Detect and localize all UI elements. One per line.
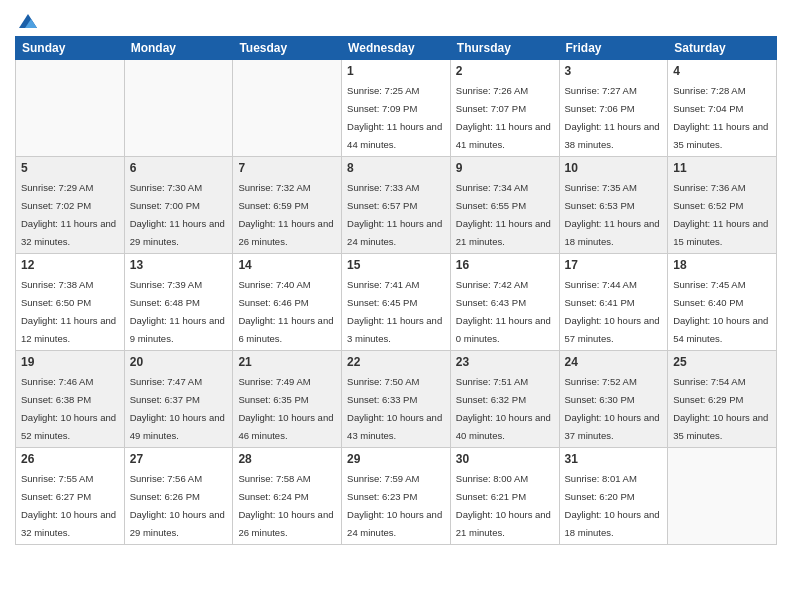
day-sunrise: Sunrise: 7:36 AM [673, 182, 745, 193]
day-sunset: Sunset: 6:48 PM [130, 297, 200, 308]
week-row-2: 5 Sunrise: 7:29 AM Sunset: 7:02 PM Dayli… [16, 157, 777, 254]
day-number: 28 [238, 452, 336, 466]
day-daylight: Daylight: 11 hours and 41 minutes. [456, 121, 551, 150]
day-number: 9 [456, 161, 554, 175]
day-number: 17 [565, 258, 663, 272]
day-sunset: Sunset: 6:35 PM [238, 394, 308, 405]
day-daylight: Daylight: 11 hours and 21 minutes. [456, 218, 551, 247]
day-cell: 11 Sunrise: 7:36 AM Sunset: 6:52 PM Dayl… [668, 157, 777, 254]
day-cell: 14 Sunrise: 7:40 AM Sunset: 6:46 PM Dayl… [233, 254, 342, 351]
day-number: 7 [238, 161, 336, 175]
day-number: 22 [347, 355, 445, 369]
day-cell: 28 Sunrise: 7:58 AM Sunset: 6:24 PM Dayl… [233, 448, 342, 545]
day-cell: 19 Sunrise: 7:46 AM Sunset: 6:38 PM Dayl… [16, 351, 125, 448]
day-sunrise: Sunrise: 7:49 AM [238, 376, 310, 387]
day-sunrise: Sunrise: 7:38 AM [21, 279, 93, 290]
day-daylight: Daylight: 11 hours and 35 minutes. [673, 121, 768, 150]
day-daylight: Daylight: 10 hours and 40 minutes. [456, 412, 551, 441]
day-daylight: Daylight: 11 hours and 15 minutes. [673, 218, 768, 247]
day-cell: 3 Sunrise: 7:27 AM Sunset: 7:06 PM Dayli… [559, 60, 668, 157]
day-daylight: Daylight: 10 hours and 43 minutes. [347, 412, 442, 441]
day-sunset: Sunset: 6:26 PM [130, 491, 200, 502]
day-cell: 18 Sunrise: 7:45 AM Sunset: 6:40 PM Dayl… [668, 254, 777, 351]
page: SundayMondayTuesdayWednesdayThursdayFrid… [0, 0, 792, 612]
day-cell: 8 Sunrise: 7:33 AM Sunset: 6:57 PM Dayli… [342, 157, 451, 254]
day-sunrise: Sunrise: 7:42 AM [456, 279, 528, 290]
day-sunrise: Sunrise: 7:30 AM [130, 182, 202, 193]
day-cell [233, 60, 342, 157]
day-sunset: Sunset: 6:40 PM [673, 297, 743, 308]
day-sunrise: Sunrise: 7:25 AM [347, 85, 419, 96]
day-sunrise: Sunrise: 7:32 AM [238, 182, 310, 193]
logo-text [15, 10, 39, 28]
day-sunrise: Sunrise: 7:26 AM [456, 85, 528, 96]
day-number: 18 [673, 258, 771, 272]
day-cell: 29 Sunrise: 7:59 AM Sunset: 6:23 PM Dayl… [342, 448, 451, 545]
day-sunset: Sunset: 6:46 PM [238, 297, 308, 308]
day-number: 13 [130, 258, 228, 272]
day-cell: 24 Sunrise: 7:52 AM Sunset: 6:30 PM Dayl… [559, 351, 668, 448]
day-daylight: Daylight: 10 hours and 21 minutes. [456, 509, 551, 538]
day-number: 31 [565, 452, 663, 466]
day-daylight: Daylight: 10 hours and 46 minutes. [238, 412, 333, 441]
day-daylight: Daylight: 11 hours and 18 minutes. [565, 218, 660, 247]
calendar: SundayMondayTuesdayWednesdayThursdayFrid… [15, 36, 777, 545]
day-sunrise: Sunrise: 7:34 AM [456, 182, 528, 193]
day-sunrise: Sunrise: 7:29 AM [21, 182, 93, 193]
week-row-5: 26 Sunrise: 7:55 AM Sunset: 6:27 PM Dayl… [16, 448, 777, 545]
day-number: 30 [456, 452, 554, 466]
day-daylight: Daylight: 10 hours and 32 minutes. [21, 509, 116, 538]
day-cell: 9 Sunrise: 7:34 AM Sunset: 6:55 PM Dayli… [450, 157, 559, 254]
day-sunrise: Sunrise: 8:00 AM [456, 473, 528, 484]
day-daylight: Daylight: 10 hours and 37 minutes. [565, 412, 660, 441]
day-sunset: Sunset: 6:57 PM [347, 200, 417, 211]
day-sunset: Sunset: 6:38 PM [21, 394, 91, 405]
day-sunset: Sunset: 6:21 PM [456, 491, 526, 502]
week-row-3: 12 Sunrise: 7:38 AM Sunset: 6:50 PM Dayl… [16, 254, 777, 351]
day-number: 29 [347, 452, 445, 466]
day-cell: 10 Sunrise: 7:35 AM Sunset: 6:53 PM Dayl… [559, 157, 668, 254]
day-sunrise: Sunrise: 7:51 AM [456, 376, 528, 387]
day-sunset: Sunset: 6:37 PM [130, 394, 200, 405]
day-number: 20 [130, 355, 228, 369]
day-sunrise: Sunrise: 7:45 AM [673, 279, 745, 290]
day-cell: 1 Sunrise: 7:25 AM Sunset: 7:09 PM Dayli… [342, 60, 451, 157]
day-sunset: Sunset: 6:43 PM [456, 297, 526, 308]
week-row-1: 1 Sunrise: 7:25 AM Sunset: 7:09 PM Dayli… [16, 60, 777, 157]
day-cell: 16 Sunrise: 7:42 AM Sunset: 6:43 PM Dayl… [450, 254, 559, 351]
day-daylight: Daylight: 11 hours and 6 minutes. [238, 315, 333, 344]
day-daylight: Daylight: 10 hours and 26 minutes. [238, 509, 333, 538]
day-daylight: Daylight: 10 hours and 24 minutes. [347, 509, 442, 538]
header [15, 10, 777, 28]
day-cell [668, 448, 777, 545]
day-daylight: Daylight: 10 hours and 35 minutes. [673, 412, 768, 441]
day-sunrise: Sunrise: 7:54 AM [673, 376, 745, 387]
weekday-header-friday: Friday [559, 37, 668, 60]
day-number: 24 [565, 355, 663, 369]
day-cell: 26 Sunrise: 7:55 AM Sunset: 6:27 PM Dayl… [16, 448, 125, 545]
day-daylight: Daylight: 10 hours and 52 minutes. [21, 412, 116, 441]
day-number: 14 [238, 258, 336, 272]
weekday-header-row: SundayMondayTuesdayWednesdayThursdayFrid… [16, 37, 777, 60]
day-cell [124, 60, 233, 157]
day-daylight: Daylight: 11 hours and 12 minutes. [21, 315, 116, 344]
logo-icon [17, 10, 39, 32]
day-daylight: Daylight: 10 hours and 49 minutes. [130, 412, 225, 441]
day-daylight: Daylight: 10 hours and 54 minutes. [673, 315, 768, 344]
day-cell: 22 Sunrise: 7:50 AM Sunset: 6:33 PM Dayl… [342, 351, 451, 448]
day-cell: 5 Sunrise: 7:29 AM Sunset: 7:02 PM Dayli… [16, 157, 125, 254]
day-number: 4 [673, 64, 771, 78]
day-sunset: Sunset: 6:52 PM [673, 200, 743, 211]
day-number: 21 [238, 355, 336, 369]
weekday-header-sunday: Sunday [16, 37, 125, 60]
day-sunset: Sunset: 6:41 PM [565, 297, 635, 308]
day-daylight: Daylight: 11 hours and 3 minutes. [347, 315, 442, 344]
day-sunset: Sunset: 7:00 PM [130, 200, 200, 211]
day-sunset: Sunset: 7:04 PM [673, 103, 743, 114]
weekday-header-saturday: Saturday [668, 37, 777, 60]
day-sunrise: Sunrise: 7:50 AM [347, 376, 419, 387]
day-sunset: Sunset: 7:06 PM [565, 103, 635, 114]
day-sunset: Sunset: 7:02 PM [21, 200, 91, 211]
day-number: 12 [21, 258, 119, 272]
day-number: 15 [347, 258, 445, 272]
